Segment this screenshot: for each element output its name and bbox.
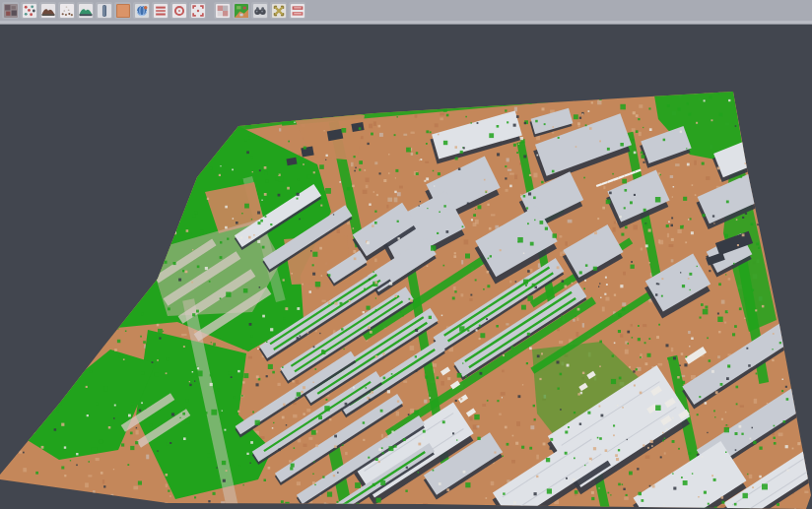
checker-transparency-button[interactable] [214,2,231,19]
point-classes-button[interactable] [21,2,37,19]
globe-3d-icon [135,4,149,18]
red-bars-button[interactable] [289,2,305,19]
globe-3d-button[interactable] [133,2,150,19]
binoculars-find-button[interactable] [251,2,268,19]
app-window [0,0,812,509]
selection-extent-icon [191,4,205,18]
terrain-green-button[interactable] [77,2,94,19]
move-cross-button[interactable] [270,2,287,19]
red-list-button[interactable] [152,2,169,19]
terrain-green-icon [79,4,93,18]
profile-column-button[interactable] [96,2,112,19]
binoculars-find-icon [253,4,267,18]
toolbar [0,0,812,21]
move-cross-icon [272,4,286,18]
ground-points-button[interactable] [58,2,75,19]
red-bars-icon [291,4,304,18]
raster-thumbnail-button[interactable] [2,2,19,19]
orange-tile-button[interactable] [114,2,131,19]
profile-column-icon [98,4,111,18]
viewport-3d[interactable] [0,25,812,509]
terrain-brown-button[interactable] [39,2,56,19]
red-ring-button[interactable] [170,2,187,19]
orange-tile-icon [116,4,130,18]
checker-transparency-icon [216,4,230,18]
red-list-icon [154,4,168,18]
toolbar-separator [207,2,213,19]
ground-points-icon [60,4,74,18]
red-ring-icon [172,4,186,18]
selection-extent-button[interactable] [189,2,206,19]
terrain-brown-icon [41,4,55,18]
classified-map-icon [235,4,248,18]
point-classes-icon [23,4,36,18]
classified-map-button[interactable] [233,2,249,19]
terrain-mesh [0,25,812,509]
raster-thumbnail-icon [4,4,18,18]
